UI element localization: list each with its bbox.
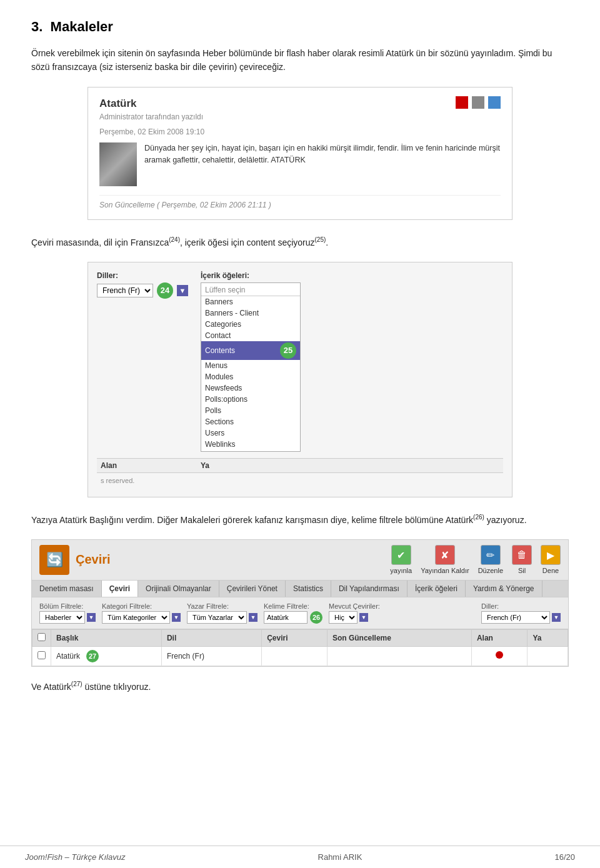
mevcut-arrow[interactable]: ▼ bbox=[359, 613, 368, 622]
kategori-arrow[interactable]: ▼ bbox=[172, 613, 181, 622]
language-select-row: French (Fr) 24 ▼ bbox=[97, 282, 188, 299]
nav-cevirileri-yonet[interactable]: Çevirileri Yönet bbox=[219, 581, 286, 597]
row-checkbox[interactable] bbox=[38, 651, 46, 659]
content-item-newsfeeds[interactable]: Newsfeeds bbox=[201, 382, 300, 394]
toolbar-btn-duzenle[interactable]: ✏ Düzenle bbox=[478, 545, 503, 574]
content-item-users[interactable]: Users bbox=[201, 427, 300, 439]
toolbar-btn-yayinla[interactable]: ✔ yayınla bbox=[390, 545, 412, 574]
th-dil: Dil bbox=[161, 629, 261, 646]
row-alan-cell bbox=[471, 646, 528, 666]
content-item-polls[interactable]: Polls bbox=[201, 405, 300, 416]
nav-yardim-yonerge[interactable]: Yardım & Yönerge bbox=[466, 581, 542, 597]
content-item-weblinks[interactable]: Weblinks bbox=[201, 439, 300, 450]
row-title-cell: Atatürk 27 bbox=[51, 646, 162, 666]
row-language-cell: French (Fr) bbox=[161, 646, 261, 666]
select-all-checkbox[interactable] bbox=[38, 633, 46, 641]
nav-dil-yapilandirmasi[interactable]: Dil Yapılandırması bbox=[331, 581, 408, 597]
admin-toolbar-actions: ✔ yayınla ✘ Yayından Kaldır ✏ Düzenle 🗑 … bbox=[390, 545, 561, 574]
badge-27: 27 bbox=[86, 650, 99, 662]
footer-left: Joom!Fish – Türkçe Kılavuz bbox=[25, 852, 125, 862]
row-ya-cell bbox=[528, 646, 568, 666]
article-body: Dünyada her şey için, hayat için, başarı… bbox=[99, 142, 501, 186]
admin-toolbar: 🔄 Çeviri ✔ yayınla ✘ Yayından Kaldır ✏ D… bbox=[32, 540, 568, 581]
bolum-select[interactable]: Haberler bbox=[39, 611, 85, 624]
toolbar-btn-yayindan-kaldir[interactable]: ✘ Yayından Kaldır bbox=[421, 545, 469, 574]
content-item-lüffen[interactable]: Lüffen seçin bbox=[201, 284, 300, 296]
badge-25: 25 bbox=[280, 342, 296, 359]
admin-filters: Bölüm Filtrele: Haberler ▼ Kategori Filt… bbox=[32, 597, 568, 629]
toolbar-btn-dene[interactable]: ▶ Dene bbox=[541, 545, 561, 574]
content-item-categories[interactable]: Categories bbox=[201, 319, 300, 330]
diller-select[interactable]: French (Fr) bbox=[481, 611, 550, 624]
table-row: Atatürk 27 French (Fr) bbox=[32, 646, 568, 666]
kelime-label: Kelime Filtrele: bbox=[264, 602, 322, 610]
article-title: Atatürk bbox=[99, 97, 137, 110]
print-icon bbox=[472, 96, 484, 109]
toolbar-btn-sil[interactable]: 🗑 Sil bbox=[512, 545, 532, 574]
filter-bolum: Bölüm Filtrele: Haberler ▼ bbox=[39, 602, 96, 624]
duzenle-label: Düzenle bbox=[478, 567, 503, 574]
content-item-contents[interactable]: Contents 25 bbox=[201, 341, 300, 360]
badge-26: 26 bbox=[310, 611, 322, 624]
language-select[interactable]: French (Fr) bbox=[97, 284, 153, 297]
content-item-banners-client[interactable]: Banners - Client bbox=[201, 307, 300, 319]
nav-denetim-masasi[interactable]: Denetim masası bbox=[32, 581, 102, 597]
kategori-select[interactable]: Tüm Kategoriler bbox=[102, 611, 170, 624]
section-title: 3. Makaleler bbox=[31, 19, 569, 35]
kelime-input[interactable] bbox=[264, 611, 308, 624]
article-quote: Dünyada her şey için, hayat için, başarı… bbox=[144, 142, 501, 186]
yayindan-kaldir-icon: ✘ bbox=[435, 545, 455, 565]
row-checkbox-cell bbox=[32, 646, 51, 666]
yazar-arrow[interactable]: ▼ bbox=[249, 613, 258, 622]
admin-nav: Denetim masası Çeviri Orijinali Olmayanl… bbox=[32, 581, 568, 597]
article-icons bbox=[456, 96, 501, 109]
dene-label: Dene bbox=[542, 567, 559, 574]
intro-paragraph4: Ve Atatürk(27) üstüne tıklıyoruz. bbox=[31, 679, 569, 694]
content-item-menus[interactable]: Menus bbox=[201, 360, 300, 371]
article-footer: Son Güncelleme ( Perşembe, 02 Ekim 2006 … bbox=[99, 195, 501, 209]
table-col-alan: Alan bbox=[101, 461, 163, 470]
content-items-group: İçerik öğeleri: Lüffen seçin Banners Ban… bbox=[201, 271, 503, 452]
bolum-label: Bölüm Filtrele: bbox=[39, 602, 96, 610]
language-dropdown-arrow[interactable]: ▼ bbox=[177, 285, 188, 296]
th-checkbox bbox=[32, 629, 51, 646]
languages-label: Diller: bbox=[97, 271, 188, 280]
yazar-select[interactable]: Tüm Yazarlar bbox=[187, 611, 247, 624]
row-son-guncelleme-cell bbox=[327, 646, 471, 666]
content-item-pollsoptions[interactable]: Polls:options bbox=[201, 394, 300, 405]
sil-label: Sil bbox=[518, 567, 526, 574]
nav-orijinali-olmayanlar[interactable]: Orijinali Olmayanlar bbox=[138, 581, 219, 597]
nav-statistics[interactable]: Statistics bbox=[286, 581, 331, 597]
article-box: Atatürk Administrator tarafından yazıldı… bbox=[88, 87, 512, 220]
yayindan-kaldir-label: Yayından Kaldır bbox=[421, 567, 469, 574]
th-alan: Alan bbox=[471, 629, 528, 646]
page-footer: Joom!Fish – Türkçe Kılavuz Rahmi ARIK 16… bbox=[0, 846, 600, 868]
diller-label: Diller: bbox=[481, 602, 499, 610]
nav-icerik-ogeleri[interactable]: İçerik öğeleri bbox=[408, 581, 466, 597]
nav-ceviri[interactable]: Çeviri bbox=[102, 581, 138, 597]
bolum-arrow[interactable]: ▼ bbox=[87, 613, 96, 622]
content-item-banners[interactable]: Banners bbox=[201, 296, 300, 307]
dene-icon: ▶ bbox=[541, 545, 561, 565]
th-baslik: Başlık bbox=[51, 629, 162, 646]
duzenle-icon: ✏ bbox=[481, 545, 501, 565]
intro-paragraph2: Çeviri masasında, dil için Fransızca(24)… bbox=[31, 235, 569, 249]
article-meta2: Perşembe, 02 Ekim 2008 19:10 bbox=[99, 127, 501, 136]
yayinla-label: yayınla bbox=[390, 567, 412, 574]
admin-panel-title: Çeviri bbox=[76, 552, 111, 567]
yayinla-icon: ✔ bbox=[391, 545, 411, 565]
th-ceviri: Çeviri bbox=[262, 629, 328, 646]
content-item-sections[interactable]: Sections bbox=[201, 416, 300, 427]
red-dot-icon bbox=[496, 651, 503, 659]
diller-arrow[interactable]: ▼ bbox=[552, 613, 561, 622]
content-items-dropdown[interactable]: Lüffen seçin Banners Banners - Client Ca… bbox=[201, 282, 301, 452]
content-item-contact[interactable]: Contact bbox=[201, 330, 300, 341]
row-ceviri-cell bbox=[262, 646, 328, 666]
content-item-modules[interactable]: Modules bbox=[201, 371, 300, 382]
reserved-text: s reserved. bbox=[97, 473, 503, 488]
filter-kategori: Kategori Filtrele: Tüm Kategoriler ▼ bbox=[102, 602, 181, 624]
email-icon bbox=[488, 96, 501, 109]
mevcut-select[interactable]: Hiç bbox=[329, 611, 358, 624]
badge-24: 24 bbox=[157, 282, 173, 299]
trans-row: Diller: French (Fr) 24 ▼ İçerik öğeleri:… bbox=[97, 271, 503, 452]
